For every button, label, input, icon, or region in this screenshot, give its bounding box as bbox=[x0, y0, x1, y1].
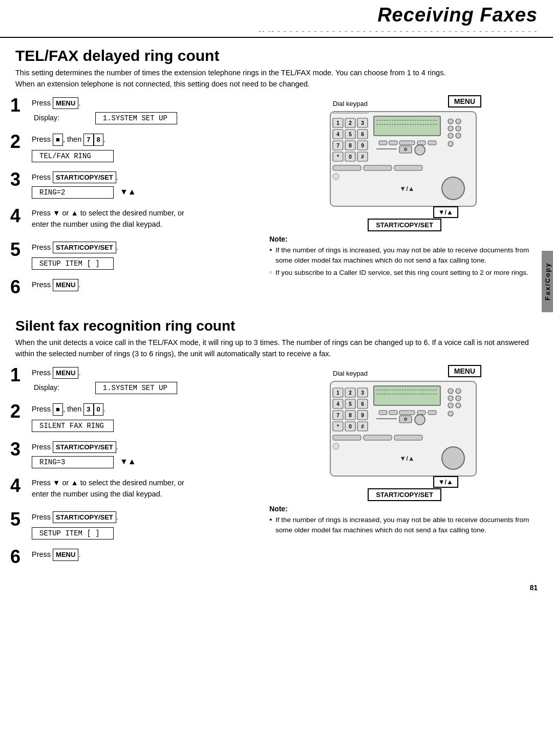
svg-text:7: 7 bbox=[336, 413, 339, 418]
step-3-ring-box: RING=2 ▼▲ bbox=[32, 185, 256, 199]
s2-step-2-number: 2 bbox=[10, 402, 32, 421]
step-3-text: Press START/COPY/SET. bbox=[32, 171, 256, 184]
s2-step-1: 1 Press MENU. Display: 1.SYSTEM SET UP bbox=[10, 365, 256, 395]
svg-point-49 bbox=[442, 177, 464, 200]
s2-step-5-number: 5 bbox=[10, 510, 32, 529]
fax-copy-sidetab: Fax/Copy bbox=[542, 251, 553, 312]
svg-rect-45 bbox=[364, 165, 392, 170]
step-6-content: Press MENU. bbox=[32, 277, 256, 293]
svg-text:1: 1 bbox=[336, 390, 339, 396]
svg-point-84 bbox=[456, 403, 461, 408]
nav-arrows-label-2: ▼/▲ bbox=[335, 476, 474, 488]
svg-text:7: 7 bbox=[336, 143, 339, 148]
step-3: 3 Press START/COPY/SET. RING=2 ▼▲ bbox=[10, 169, 256, 199]
step-2-number: 2 bbox=[10, 133, 32, 151]
device2-labels: Dial keypad MENU bbox=[328, 365, 481, 377]
s2-step-3: 3 Press START/COPY/SET. RING=3 ▼▲ bbox=[10, 439, 256, 469]
note1-title: Note: bbox=[269, 235, 540, 243]
svg-rect-89 bbox=[428, 411, 436, 415]
svg-text:▼/▲: ▼/▲ bbox=[399, 185, 414, 192]
svg-point-28 bbox=[448, 119, 453, 124]
svg-text:*: * bbox=[337, 424, 339, 429]
svg-point-79 bbox=[448, 388, 453, 394]
svg-rect-35 bbox=[389, 141, 397, 145]
page-number: 81 bbox=[0, 578, 553, 595]
s2-step-1-display-box: 1.SYSTEM SET UP bbox=[95, 382, 177, 394]
step-1-text: Press MENU. bbox=[32, 97, 256, 110]
step-5-display-box: SETUP ITEM [ ] bbox=[32, 257, 114, 270]
s2-step-1-content: Press MENU. Display: 1.SYSTEM SET UP bbox=[32, 365, 256, 395]
step-1: 1 Press MENU. Display: 1.SYSTEM SET UP bbox=[10, 95, 256, 125]
svg-text:4: 4 bbox=[336, 401, 339, 407]
step-6-text: Press MENU. bbox=[32, 279, 256, 291]
step-2-content: Press ■, then 78. TEL/FAX RING bbox=[32, 132, 256, 162]
s2-step-3-ring-box: RING=3 ▼▲ bbox=[32, 455, 256, 468]
step-1-content: Press MENU. Display: 1.SYSTEM SET UP bbox=[32, 95, 256, 125]
svg-point-80 bbox=[456, 388, 461, 394]
svg-text:3: 3 bbox=[361, 390, 364, 396]
svg-rect-85 bbox=[379, 411, 387, 415]
svg-text:5: 5 bbox=[349, 132, 352, 137]
start-copy-set-box-2: START/COPY/SET bbox=[368, 488, 441, 501]
s2-step-6-content: Press MENU. bbox=[32, 547, 256, 563]
svg-text:9: 9 bbox=[361, 413, 364, 418]
svg-text:6: 6 bbox=[361, 401, 364, 407]
s2-step-4-content: Press ▼ or ▲ to select the desired numbe… bbox=[32, 476, 256, 502]
svg-rect-95 bbox=[333, 435, 361, 440]
svg-point-39 bbox=[448, 141, 453, 146]
nav-arrows-label-1: ▼/▲ bbox=[335, 206, 474, 218]
s2-step-2-display-box: SILENT FAX RING bbox=[32, 420, 114, 432]
start-copy-set-label-2: START/COPY/SET bbox=[368, 490, 441, 499]
header-dashes: -- -- - - - - - - - - - - - - - - - - - … bbox=[15, 27, 538, 35]
s2-step-5-display-box: SETUP ITEM [ ] bbox=[32, 527, 114, 539]
note2-item-1: If the number of rings is increased, you… bbox=[269, 515, 540, 536]
s2-start-kbd-3: START/COPY/SET bbox=[53, 441, 116, 453]
step-5-text: Press START/COPY/SET. bbox=[32, 242, 256, 254]
svg-rect-34 bbox=[379, 141, 387, 145]
svg-text:8: 8 bbox=[349, 143, 352, 148]
svg-rect-38 bbox=[428, 141, 436, 145]
step-3-display-box: RING=2 bbox=[32, 186, 114, 199]
dial-keypad-label-2: Dial keypad bbox=[333, 370, 368, 377]
s2-step-3-content: Press START/COPY/SET. RING=3 ▼▲ bbox=[32, 439, 256, 469]
device1-labels: Dial keypad MENU bbox=[328, 95, 481, 107]
svg-text:2: 2 bbox=[349, 390, 352, 396]
svg-text:*: * bbox=[337, 154, 339, 160]
device1-bottom-labels: ▼/▲ START/COPY/SET bbox=[328, 206, 481, 229]
svg-point-83 bbox=[448, 403, 453, 408]
svg-point-100 bbox=[442, 447, 464, 469]
svg-text:2: 2 bbox=[349, 120, 352, 126]
svg-point-33 bbox=[456, 133, 461, 138]
s2-step-3-display-box: RING=3 bbox=[32, 456, 114, 468]
section1-right: Dial keypad MENU 1 2 3 4 5 6 bbox=[261, 95, 543, 304]
s2-key3-kbd: 3 bbox=[83, 403, 93, 416]
step-1-display-label: Display: bbox=[34, 114, 59, 122]
menu-box-1: MENU bbox=[448, 95, 481, 107]
step-6: 6 Press MENU. bbox=[10, 277, 256, 296]
key8-kbd: 8 bbox=[94, 134, 103, 146]
svg-point-98 bbox=[333, 443, 339, 449]
svg-rect-96 bbox=[364, 435, 392, 440]
s2-step-2: 2 Press ■, then 30. SILENT FAX RING bbox=[10, 401, 256, 432]
s2-menu-kbd: MENU bbox=[53, 367, 78, 379]
svg-point-47 bbox=[333, 174, 339, 180]
section1-desc: This setting determines the number of ti… bbox=[0, 68, 553, 95]
step-3-number: 3 bbox=[10, 170, 32, 189]
section2-title: Silent fax recognition ring count bbox=[0, 309, 553, 337]
device2-bottom-labels: ▼/▲ START/COPY/SET bbox=[328, 476, 481, 499]
section2-right: Dial keypad MENU 1 2 3 4 5 6 7 8 bbox=[261, 365, 543, 574]
or-text-1: or bbox=[62, 209, 69, 217]
step-2-text: Press ■, then 78. bbox=[32, 134, 256, 146]
note2-title: Note: bbox=[269, 505, 540, 513]
s2-step-1-number: 1 bbox=[10, 366, 32, 384]
s2-step-1-display-row: Display: 1.SYSTEM SET UP bbox=[32, 381, 256, 394]
section1-notes: Note: If the number of rings is increase… bbox=[266, 235, 543, 280]
s2-key0-kbd: 0 bbox=[94, 403, 103, 416]
key7-kbd: 7 bbox=[83, 134, 93, 146]
svg-text:#: # bbox=[361, 154, 364, 160]
step-6-number: 6 bbox=[10, 278, 32, 296]
svg-text:▼/▲: ▼/▲ bbox=[399, 455, 414, 462]
s2-step-4-number: 4 bbox=[10, 477, 32, 495]
header-title: Receiving Faxes bbox=[15, 4, 538, 26]
start-kbd-3: START/COPY/SET bbox=[53, 171, 116, 184]
